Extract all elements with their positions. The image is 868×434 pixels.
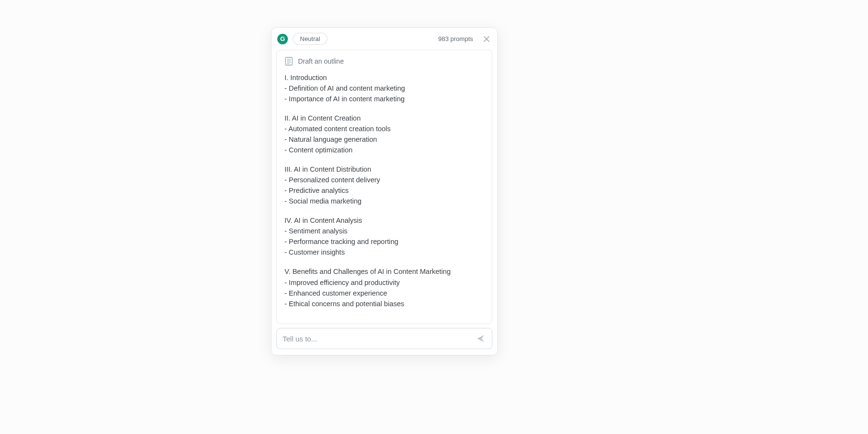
response-scroll-area[interactable]: Draft an outline I. Introduction- Defini… <box>277 50 492 324</box>
outline-section: IV. AI in Content Analysis- Sentiment an… <box>285 215 484 258</box>
section-bullet: - Sentiment analysis <box>285 226 484 236</box>
grammarly-logo: G <box>277 34 288 44</box>
response-container: Draft an outline I. Introduction- Defini… <box>276 50 492 324</box>
section-title: III. AI in Content Distribution <box>285 164 484 175</box>
outline-body: I. Introduction- Definition of AI and co… <box>285 72 484 309</box>
outline-icon <box>285 57 293 66</box>
assistant-panel: G Neutral 983 prompts <box>271 27 498 355</box>
panel-header: G Neutral 983 prompts <box>271 28 497 50</box>
tone-label: Neutral <box>300 35 320 42</box>
section-bullet: - Improved efficiency and productivity <box>285 277 484 288</box>
section-bullet: - Enhanced customer experience <box>285 288 484 298</box>
draft-heading-row: Draft an outline <box>285 57 484 66</box>
section-bullet: - Social media marketing <box>285 196 484 206</box>
section-bullet: - Content optimization <box>285 145 484 155</box>
prompts-remaining[interactable]: 983 prompts <box>438 35 473 42</box>
logo-letter: G <box>280 35 285 42</box>
send-button[interactable] <box>475 333 486 344</box>
send-icon <box>476 334 486 343</box>
outline-section: II. AI in Content Creation- Automated co… <box>285 113 484 155</box>
section-bullet: - Natural language generation <box>285 134 484 145</box>
section-bullet: - Customer insights <box>285 247 484 258</box>
section-bullet: - Importance of AI in content marketing <box>285 94 484 104</box>
prompt-input[interactable] <box>283 335 472 343</box>
section-title: II. AI in Content Creation <box>285 113 484 123</box>
outline-section: V. Benefits and Challenges of AI in Cont… <box>285 266 484 309</box>
draft-heading-text: Draft an outline <box>298 57 344 65</box>
section-title: IV. AI in Content Analysis <box>285 215 484 226</box>
close-icon <box>484 36 489 42</box>
close-button[interactable] <box>482 34 491 44</box>
section-bullet: - Automated content creation tools <box>285 123 484 134</box>
section-bullet: - Definition of AI and content marketing <box>285 83 484 94</box>
section-title: I. Introduction <box>285 72 484 83</box>
prompt-input-row <box>276 328 492 349</box>
section-bullet: - Personalized content delivery <box>285 175 484 185</box>
outline-section: III. AI in Content Distribution- Persona… <box>285 164 484 206</box>
section-title: V. Benefits and Challenges of AI in Cont… <box>285 266 484 277</box>
section-bullet: - Ethical concerns and potential biases <box>285 298 484 309</box>
section-bullet: - Performance tracking and reporting <box>285 236 484 247</box>
outline-section: I. Introduction- Definition of AI and co… <box>285 72 484 104</box>
section-bullet: - Predictive analytics <box>285 185 484 196</box>
tone-selector[interactable]: Neutral <box>293 33 327 45</box>
svg-rect-0 <box>285 57 292 65</box>
